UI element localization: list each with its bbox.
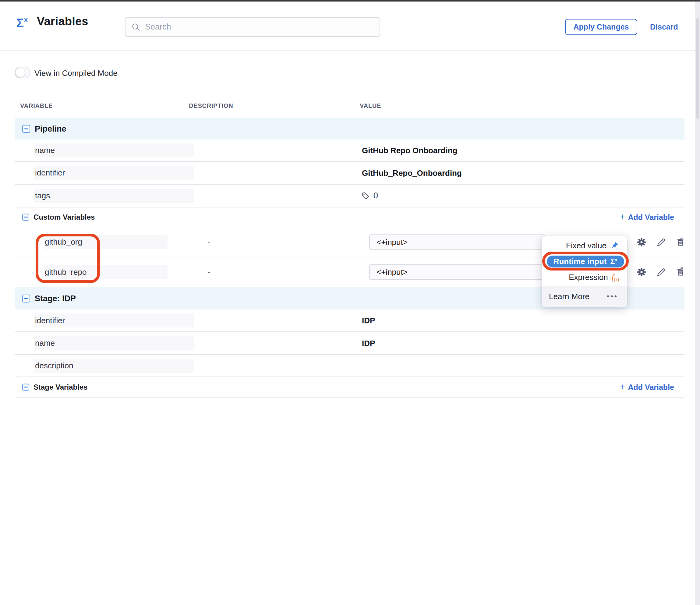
compiled-mode-label: View in Compiled Mode: [34, 69, 118, 78]
custom-variables-header-row: Custom Variables + Add Variable: [15, 207, 684, 227]
variable-description: -: [208, 268, 210, 277]
value-type-menu: Fixed value Runtime input Σx Expression …: [542, 236, 627, 307]
table-row-pipeline-name: name GitHub Repo Onboarding: [15, 140, 684, 162]
variable-description: -: [208, 237, 210, 247]
menu-item-expression[interactable]: Expression f(x): [542, 269, 627, 285]
column-header-description: DESCRIPTION: [189, 102, 233, 109]
row-label-pill: identifier: [34, 313, 194, 327]
menu-item-fixed-value[interactable]: Fixed value: [542, 237, 627, 253]
menu-item-runtime-input[interactable]: Runtime input Σx: [542, 253, 627, 269]
table-row-stage-identifier: identifier IDP: [15, 309, 684, 332]
variable-name: github_repo: [44, 268, 86, 277]
learn-more-link[interactable]: Learn More: [549, 292, 590, 301]
panel-header: Σx Variables Apply Changes Discard: [0, 2, 700, 51]
row-label-pill: description: [34, 359, 194, 373]
add-variable-button[interactable]: + Add Variable: [620, 383, 674, 392]
tags-value: 0: [361, 191, 378, 201]
apply-changes-button[interactable]: Apply Changes: [565, 19, 637, 35]
tag-icon: [361, 191, 370, 201]
row-label: name: [34, 146, 55, 155]
plus-icon: +: [620, 382, 625, 392]
delete-trash-icon[interactable]: [675, 237, 686, 247]
edit-pencil-icon[interactable]: [656, 237, 666, 247]
collapse-custom-variables-icon[interactable]: [22, 213, 29, 221]
row-actions: [636, 237, 686, 247]
github-repo-value-input[interactable]: <+input>: [369, 264, 545, 280]
row-label-pill: tags: [34, 189, 194, 203]
collapse-stage-icon[interactable]: [22, 295, 30, 303]
row-label-pill: github_org: [44, 235, 168, 249]
table-row-pipeline-tags: tags 0: [15, 184, 684, 207]
row-label: tags: [34, 191, 50, 200]
ellipsis-icon[interactable]: •••: [607, 292, 618, 301]
toggle-knob: [16, 68, 25, 77]
stage-section-title: Stage: IDP: [35, 294, 76, 303]
row-label: identifier: [34, 168, 65, 178]
runtime-sigma-icon: Σx: [610, 257, 617, 266]
table-row-pipeline-identifier: identifier GitHub_Repo_Onboarding: [15, 162, 684, 184]
pin-icon: [610, 241, 619, 250]
settings-gear-icon[interactable]: [636, 267, 647, 277]
variable-name: github_org: [44, 237, 82, 247]
runtime-input-pill[interactable]: Runtime input Σx: [547, 256, 624, 268]
row-label-pill: name: [34, 144, 194, 157]
collapse-stage-variables-icon[interactable]: [22, 383, 29, 390]
search-input[interactable]: [145, 22, 373, 32]
plus-icon: +: [620, 212, 625, 222]
stage-variables-title: Stage Variables: [33, 383, 88, 392]
pipeline-name-value: GitHub Repo Onboarding: [362, 146, 457, 155]
value-type-menu-items: Fixed value Runtime input Σx Expression …: [542, 236, 627, 285]
search-icon: [132, 23, 140, 31]
variables-sigma-icon: Σx: [17, 16, 28, 29]
pipeline-section-title: Pipeline: [35, 124, 67, 134]
page-title: Variables: [37, 15, 88, 28]
add-variable-button[interactable]: + Add Variable: [620, 212, 674, 222]
row-label-pill: github_repo: [44, 265, 168, 279]
variables-panel: Σx Variables Apply Changes Discard View …: [0, 0, 700, 605]
collapse-pipeline-icon[interactable]: [22, 125, 30, 133]
column-header-value: VALUE: [360, 102, 381, 109]
stage-identifier-value: IDP: [362, 316, 375, 325]
row-label-pill: name: [34, 336, 194, 350]
compiled-mode-toggle[interactable]: [15, 67, 30, 78]
menu-footer: Learn More •••: [542, 286, 627, 307]
custom-variables-title: Custom Variables: [33, 213, 95, 222]
edit-pencil-icon[interactable]: [656, 267, 666, 277]
stage-variables-header-row: Stage Variables + Add Variable: [15, 377, 684, 398]
row-label: identifier: [34, 316, 65, 325]
pipeline-identifier-value: GitHub_Repo_Onboarding: [362, 168, 462, 178]
scrollbar-thumb[interactable]: [696, 18, 699, 119]
table-row-stage-description: description: [15, 355, 684, 377]
expression-fx-icon: f(x): [612, 272, 619, 282]
pipeline-section-row: Pipeline: [15, 118, 684, 140]
discard-button[interactable]: Discard: [650, 19, 678, 35]
delete-trash-icon[interactable]: [675, 267, 686, 277]
row-label: name: [34, 338, 55, 348]
settings-gear-icon[interactable]: [636, 237, 647, 247]
row-actions: [636, 267, 686, 277]
github-org-value-input[interactable]: <+input>: [369, 234, 545, 250]
row-label-pill: identifier: [34, 166, 194, 180]
tags-count: 0: [373, 191, 378, 200]
table-row-stage-name: name IDP: [15, 332, 684, 355]
stage-name-value: IDP: [362, 338, 375, 348]
column-header-variable: VARIABLE: [20, 102, 53, 109]
row-label: description: [34, 361, 73, 371]
search-box[interactable]: [125, 17, 380, 37]
